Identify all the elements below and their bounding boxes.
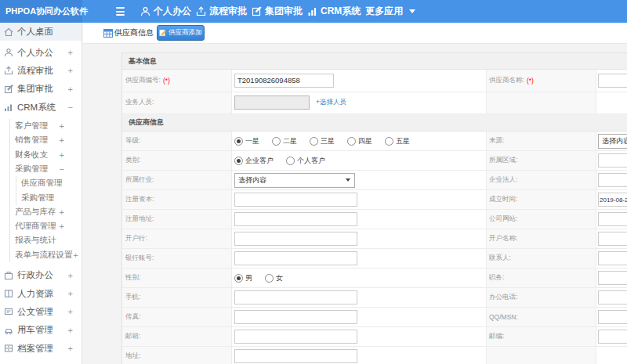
expand-icon[interactable]: + (68, 344, 73, 353)
email-input[interactable] (234, 330, 357, 344)
radio-level-3[interactable]: 三星 (310, 136, 335, 146)
label-legal-person: 企业法人: (487, 171, 596, 189)
sidebar-item-purchasing[interactable]: 采购管理 (16, 190, 82, 204)
supplier-form-panel: 基本信息 供应商编号:(*) 供应商名称:(*) 业务人员: +选择人员 供应商… (121, 52, 627, 364)
sidebar-item-crm[interactable]: CRM系统 − (0, 99, 82, 117)
radio-male[interactable]: 男 (234, 273, 252, 283)
expand-icon[interactable]: + (68, 66, 73, 75)
registered-capital-input[interactable] (234, 193, 357, 207)
expand-icon[interactable]: + (68, 271, 73, 280)
sidebar-item-workflow-approval[interactable]: 流程审批 + (0, 62, 82, 80)
sidebar-item-sales-mgmt[interactable]: 销售管理+ (10, 133, 82, 147)
radio-individual[interactable]: 个人客户 (286, 156, 325, 166)
expand-icon[interactable]: + (60, 121, 64, 131)
expand-icon[interactable]: + (68, 289, 73, 298)
nav-more-apps[interactable]: 更多应用 (365, 0, 415, 23)
contact-input[interactable] (598, 251, 627, 265)
sidebar-item-product-stock[interactable]: 产品与库存+ (10, 205, 82, 219)
bank-account-input[interactable] (234, 251, 357, 265)
sidebar-item-reports[interactable]: 报表与统计 (10, 233, 82, 247)
section-title-supplier-info: 供应商信息 (122, 114, 627, 132)
sidebar-item-admin-office[interactable]: 行政办公 + (0, 266, 82, 284)
sidebar-item-document-mgmt[interactable]: 公文管理 + (0, 303, 82, 321)
expand-icon[interactable]: + (60, 207, 64, 217)
founded-date-input[interactable] (598, 193, 627, 207)
sidebar-item-archive-mgmt[interactable]: 档案管理 + (0, 339, 82, 357)
business-person-input[interactable] (234, 96, 310, 110)
source-select[interactable]: 选择内容 (598, 134, 627, 149)
label-office-phone: 办公电话: (487, 288, 596, 307)
mobile-input[interactable] (234, 290, 357, 305)
expand-icon[interactable]: + (68, 48, 73, 57)
section-title-basic-info: 基本信息 (122, 53, 627, 70)
radio-level-5[interactable]: 五星 (385, 136, 410, 146)
expand-icon[interactable]: + (68, 307, 73, 316)
supplier-name-input[interactable] (598, 74, 627, 88)
nav-crm-system[interactable]: CRM系统 (307, 0, 361, 23)
collapse-icon[interactable]: − (68, 103, 73, 112)
expand-icon[interactable]: + (60, 135, 64, 145)
expand-icon[interactable]: + (60, 222, 64, 231)
archive-icon (4, 344, 13, 353)
bank-input[interactable] (234, 232, 357, 246)
sidebar-item-supplier-mgmt[interactable]: 供应商管理 (16, 176, 82, 190)
select-person-link[interactable]: +选择人员 (316, 98, 346, 107)
registered-address-input[interactable] (234, 212, 357, 226)
sidebar-item-vehicle-mgmt[interactable]: 用车管理 + (0, 321, 82, 339)
crm-submenu: 客户管理+ 销售管理+ 财务收支+ 采购管理− 供应商管理 采购管理 产品与库存… (9, 119, 82, 262)
expand-icon[interactable]: + (60, 150, 64, 160)
tab-supplier-info[interactable]: 供应商信息 (103, 27, 154, 38)
radio-level-1[interactable]: 一星 (234, 136, 259, 146)
expand-icon[interactable]: + (68, 85, 73, 94)
form-row-supplier-code: 供应商编号:(*) 供应商名称:(*) (122, 70, 627, 92)
account-name-input[interactable] (598, 232, 627, 246)
radio-level-2[interactable]: 二星 (272, 136, 297, 146)
office-phone-input[interactable] (598, 290, 627, 305)
nav-group-approval[interactable]: 集团审批 (252, 0, 303, 23)
zip-input[interactable] (598, 330, 627, 344)
address-input[interactable] (234, 349, 357, 363)
radio-icon (265, 274, 274, 283)
radio-enterprise[interactable]: 企业客户 (234, 156, 274, 166)
collapse-icon[interactable]: − (60, 164, 64, 174)
sidebar-item-personal-office[interactable]: 个人办公 + (0, 43, 82, 61)
region-input[interactable] (598, 153, 627, 168)
tab-supplier-add[interactable]: 供应商添加 (157, 25, 205, 41)
sidebar-item-group-approval[interactable]: 集团审批 + (0, 80, 82, 98)
supplier-code-input[interactable] (234, 74, 334, 88)
sidebar-item-form-flow-settings[interactable]: 表单与流程设置+ (10, 248, 82, 262)
nav-personal-office[interactable]: 个人办公 (140, 0, 191, 23)
label-source: 来源: (487, 132, 596, 150)
share-icon (4, 66, 13, 75)
radio-female[interactable]: 女 (265, 273, 283, 283)
label-category: 类别: (122, 151, 232, 170)
form-row-fax: 传真: QQ/MSN: (122, 308, 627, 327)
fax-input[interactable] (234, 310, 357, 324)
sidebar-item-personal-desktop[interactable]: 个人桌面 (0, 23, 82, 41)
radio-icon (310, 137, 318, 146)
label-supplier-name: 供应商名称:(*) (487, 70, 596, 92)
label-address: 地址: (122, 347, 232, 364)
position-input[interactable] (598, 271, 627, 285)
website-input[interactable] (598, 212, 627, 226)
expand-icon[interactable]: + (68, 326, 73, 335)
form-row-email: 邮箱: 邮编: (122, 327, 627, 347)
expand-icon[interactable]: + (74, 250, 78, 260)
label-supplier-code: 供应商编号:(*) (122, 70, 232, 92)
sidebar-item-agent-mgmt[interactable]: 代理商管理+ (10, 219, 82, 233)
label-website: 公司网站: (487, 210, 596, 229)
menu-toggle-icon[interactable] (116, 7, 125, 16)
sidebar-item-purchase-mgmt[interactable]: 采购管理− (10, 162, 82, 176)
legal-person-input[interactable] (598, 173, 627, 187)
industry-select[interactable]: 选择内容 (234, 173, 355, 188)
sidebar-item-customer-mgmt[interactable]: 客户管理+ (10, 119, 82, 133)
sidebar-item-finance[interactable]: 财务收支+ (10, 148, 82, 162)
nav-workflow-approval[interactable]: 流程审批 (196, 0, 247, 23)
qq-msn-input[interactable] (598, 310, 627, 324)
doc-icon (4, 307, 13, 316)
form-row-level: 等级: 一星 二星 三星 四星 五星 来源: 选择内容 (122, 132, 627, 151)
radio-level-4[interactable]: 四星 (347, 136, 372, 146)
hr-icon (4, 289, 13, 298)
radio-icon (272, 137, 281, 146)
sidebar-item-hr[interactable]: 人力资源 + (0, 284, 82, 302)
